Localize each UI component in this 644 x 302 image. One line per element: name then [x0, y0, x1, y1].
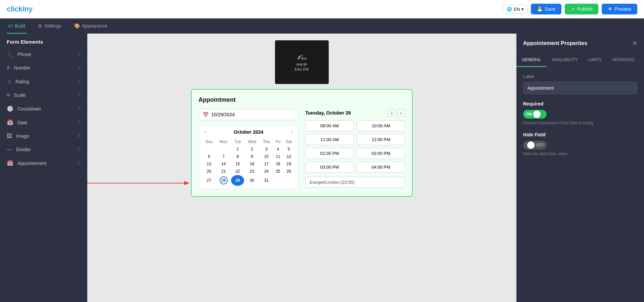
time-next-button[interactable]: ›	[397, 109, 405, 117]
cal-day[interactable]	[283, 175, 295, 186]
time-slot-1100[interactable]: 11:00 AM	[305, 134, 354, 145]
day-tue: Tue	[231, 138, 244, 145]
appointement-drag-handle[interactable]: ⠿	[78, 161, 81, 166]
cal-day[interactable]: 21	[216, 168, 231, 175]
toggle-on-label: ON	[524, 112, 532, 117]
appointment-title: Appointment	[198, 96, 405, 103]
publish-button[interactable]: ↗ Publish	[565, 4, 598, 14]
sidebar-item-appointement[interactable]: 📅 Appointement ⠿	[0, 156, 87, 170]
appointment-body: 📅 10/29/2024 ‹ October 2024 ›	[198, 109, 405, 189]
drag-handle[interactable]: ⠿	[78, 120, 81, 125]
drag-handle[interactable]: ⠿	[78, 66, 81, 70]
date-icon: 📅	[7, 119, 13, 126]
cal-day[interactable]: 5	[283, 145, 295, 153]
drag-handle[interactable]: ⠿	[78, 134, 81, 138]
cal-day[interactable]: 13	[202, 160, 216, 168]
drag-handle[interactable]: ⠿	[78, 79, 81, 84]
cal-day[interactable]: 14	[216, 160, 231, 168]
second-nav: 🏷 Build ⚙ Settings 🎨 Appearance	[0, 18, 644, 34]
time-slot-1200[interactable]: 12:00 PM	[357, 134, 405, 145]
cal-day[interactable]: 9	[244, 153, 260, 160]
cal-day[interactable]: 18	[273, 160, 283, 168]
cal-day[interactable]: 19	[283, 160, 295, 168]
preview-button[interactable]: 👁 Preview	[602, 4, 637, 14]
cal-day[interactable]: 6	[202, 153, 216, 160]
tab-build[interactable]: 🏷 Build	[7, 18, 27, 34]
panel-tab-limits[interactable]: LIMITS	[583, 53, 607, 67]
cal-day[interactable]: 7	[216, 153, 231, 160]
hide-field-toggle-off[interactable]: OFF	[523, 141, 547, 149]
time-slot-1000[interactable]: 10:00 AM	[357, 120, 405, 131]
required-toggle-on[interactable]: ON	[523, 110, 547, 119]
appointment-card: Appointment 📅 10/29/2024 ‹ October 2024	[191, 89, 413, 197]
time-slot-1300[interactable]: 01:00 PM	[305, 148, 354, 159]
cal-day[interactable]	[273, 175, 283, 186]
panel-close-button[interactable]: ✕	[632, 40, 637, 47]
panel-tab-availability[interactable]: AVAILABILITY	[546, 53, 583, 67]
cal-day[interactable]: 2	[244, 145, 260, 153]
panel-header: Appointement Properties ✕	[516, 34, 644, 53]
label-input[interactable]	[523, 82, 637, 94]
panel-tab-advanced[interactable]: ADVANCED	[607, 53, 640, 67]
tab-appearance[interactable]: 🎨 Appearance	[73, 18, 109, 34]
cal-day[interactable]: 16	[244, 160, 260, 168]
cal-day-29[interactable]: 29	[231, 175, 244, 186]
sidebar-item-image[interactable]: 🖼 Image ⠿	[0, 129, 87, 143]
cal-day[interactable]: 30	[244, 175, 260, 186]
cal-day[interactable]: 12	[283, 153, 295, 160]
drag-handle[interactable]: ⠿	[78, 147, 81, 152]
top-right-actions: 🌐 EN ▾ 💾 Save ↗ Publish 👁 Preview	[503, 4, 637, 14]
top-bar: clickiny 🌐 EN ▾ 💾 Save ↗ Publish 👁 Previ…	[0, 0, 644, 18]
cal-day[interactable]: 8	[231, 153, 244, 160]
cal-day-28[interactable]: 28	[216, 175, 231, 186]
save-button[interactable]: 💾 Save	[531, 4, 561, 14]
time-slot-1500[interactable]: 03:00 PM	[305, 162, 354, 173]
calendar: ‹ October 2024 › Sun Mon Tue	[198, 125, 298, 189]
main-layout: Form Elements 📞 Phone ⠿ # Number ⠿ ☆ Rat…	[0, 34, 644, 302]
cal-day[interactable]: 20	[202, 168, 216, 175]
calendar-icon: 📅	[203, 112, 209, 117]
cal-prev-button[interactable]: ‹	[202, 129, 208, 135]
cal-day[interactable]: 31	[260, 175, 273, 186]
cal-day[interactable]: 1	[231, 145, 244, 153]
date-input[interactable]: 📅 10/29/2024	[198, 109, 298, 120]
cal-day[interactable]: 3	[260, 145, 273, 153]
cal-day[interactable]: 26	[283, 168, 295, 175]
sidebar-item-number[interactable]: # Number ⠿	[0, 61, 87, 75]
time-prev-button[interactable]: ‹	[388, 109, 396, 117]
sidebar-item-scale[interactable]: ≡ Scale ⠿	[0, 88, 87, 102]
cal-day[interactable]: 10	[260, 153, 273, 160]
cal-day[interactable]: 24	[260, 168, 273, 175]
toggle-circle	[533, 111, 541, 118]
scale-icon: ≡	[7, 92, 10, 98]
day-sat: Sat	[283, 138, 295, 145]
sidebar-item-countdown[interactable]: 🕐 Countdown ⠿	[0, 102, 87, 116]
time-slot-0900[interactable]: 09:00 AM	[305, 120, 354, 131]
cal-day[interactable]	[202, 145, 216, 153]
tab-settings[interactable]: ⚙ Settings	[37, 18, 63, 34]
sidebar-item-date[interactable]: 📅 Date ⠿	[0, 116, 87, 129]
phone-icon: 📞	[7, 51, 13, 57]
time-slot-1400[interactable]: 02:00 PM	[357, 148, 405, 159]
cal-day[interactable]: 11	[273, 153, 283, 160]
drag-handle[interactable]: ⠿	[78, 93, 81, 97]
cal-day[interactable]: 4	[273, 145, 283, 153]
lang-button[interactable]: 🌐 EN ▾	[503, 5, 527, 14]
panel-body: Label Required ON Prevent submission if …	[516, 67, 644, 170]
cal-day[interactable]: 23	[244, 168, 260, 175]
cal-next-button[interactable]: ›	[289, 129, 295, 135]
drag-handle[interactable]: ⠿	[78, 106, 81, 111]
sidebar-item-rating[interactable]: ☆ Rating ⠿	[0, 75, 87, 88]
appointement-icon: 📅	[7, 160, 13, 166]
sidebar-item-phone[interactable]: 📞 Phone ⠿	[0, 47, 87, 61]
cal-day[interactable]: 27	[202, 175, 216, 186]
sidebar-item-divider[interactable]: — Divider ⠿	[0, 143, 87, 156]
cal-day[interactable]	[216, 145, 231, 153]
cal-day[interactable]: 25	[273, 168, 283, 175]
cal-day[interactable]: 15	[231, 160, 244, 168]
drag-handle[interactable]: ⠿	[78, 52, 81, 57]
cal-day[interactable]: 22	[231, 168, 244, 175]
time-slot-1600[interactable]: 04:00 PM	[357, 162, 405, 173]
cal-day[interactable]: 17	[260, 160, 273, 168]
panel-tab-general[interactable]: GENERAL	[516, 53, 546, 67]
